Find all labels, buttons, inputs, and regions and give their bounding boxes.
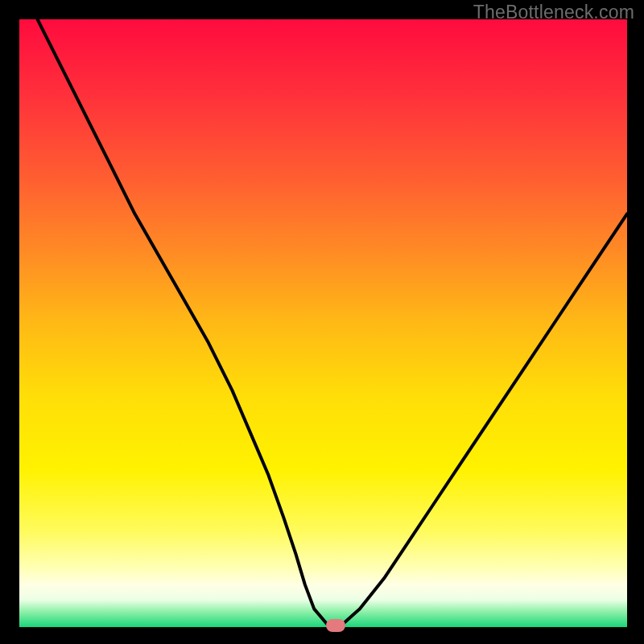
chart-stage: TheBottleneck.com [0,0,644,644]
plot-area [19,19,627,627]
watermark-label: TheBottleneck.com [473,2,634,23]
bottleneck-curve [19,19,627,627]
optimum-marker [326,619,345,632]
